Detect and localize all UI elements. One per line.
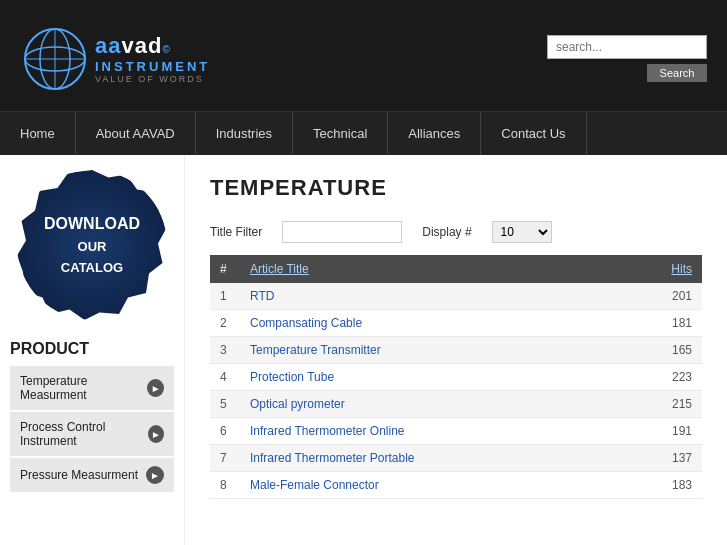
filter-row: Title Filter Display # 10 20 50 xyxy=(210,221,702,243)
article-title-sort-link[interactable]: Article Title xyxy=(250,262,309,276)
row-hits: 223 xyxy=(652,364,702,391)
nav-contact[interactable]: Contact Us xyxy=(481,112,586,155)
title-filter-label: Title Filter xyxy=(210,225,262,239)
row-hits: 181 xyxy=(652,310,702,337)
row-title: Temperature Transmitter xyxy=(240,337,652,364)
nav-alliances[interactable]: Alliances xyxy=(388,112,481,155)
table-row: 2 Compansating Cable 181 xyxy=(210,310,702,337)
row-hits: 201 xyxy=(652,283,702,310)
search-input[interactable] xyxy=(547,35,707,59)
article-link[interactable]: Compansating Cable xyxy=(250,316,362,330)
table-body: 1 RTD 201 2 Compansating Cable 181 3 Tem… xyxy=(210,283,702,499)
table-row: 4 Protection Tube 223 xyxy=(210,364,702,391)
row-num: 3 xyxy=(210,337,240,364)
logo-text: aavad© INSTRUMENT VALUE OF WORDS xyxy=(95,33,210,84)
row-hits: 215 xyxy=(652,391,702,418)
logo-globe-icon xyxy=(20,24,90,94)
col-header-num: # xyxy=(210,255,240,283)
row-hits: 183 xyxy=(652,472,702,499)
article-link[interactable]: Temperature Transmitter xyxy=(250,343,381,357)
list-item: Pressure Measurment ► xyxy=(10,458,174,492)
nav-about[interactable]: About AAVAD xyxy=(76,112,196,155)
row-title: RTD xyxy=(240,283,652,310)
arrow-right-icon: ► xyxy=(147,379,164,397)
sidebar-item-label: Process Control Instrument xyxy=(20,420,148,448)
catalog-line3: CATALOG xyxy=(61,258,123,279)
table-row: 5 Optical pyrometer 215 xyxy=(210,391,702,418)
sidebar: DOWNLOAD OUR CATALOG PRODUCT Temperature… xyxy=(0,155,185,545)
display-select[interactable]: 10 20 50 xyxy=(492,221,552,243)
header: aavad© INSTRUMENT VALUE OF WORDS Search xyxy=(0,6,727,111)
articles-table: # Article Title Hits 1 RTD 201 2 Compans… xyxy=(210,255,702,499)
article-link[interactable]: Infrared Thermometer Portable xyxy=(250,451,415,465)
row-num: 2 xyxy=(210,310,240,337)
main-layout: DOWNLOAD OUR CATALOG PRODUCT Temperature… xyxy=(0,155,727,545)
table-row: 1 RTD 201 xyxy=(210,283,702,310)
catalog-line2: OUR xyxy=(78,237,107,258)
row-title: Infrared Thermometer Online xyxy=(240,418,652,445)
hits-sort-link[interactable]: Hits xyxy=(671,262,692,276)
col-header-hits: Hits xyxy=(652,255,702,283)
article-link[interactable]: RTD xyxy=(250,289,274,303)
sidebar-item-process[interactable]: Process Control Instrument ► xyxy=(10,412,174,456)
main-nav: Home About AAVAD Industries Technical Al… xyxy=(0,111,727,155)
sidebar-item-pressure[interactable]: Pressure Measurment ► xyxy=(10,458,174,492)
page-title: TEMPERATURE xyxy=(210,175,702,201)
nav-industries[interactable]: Industries xyxy=(196,112,293,155)
row-num: 4 xyxy=(210,364,240,391)
row-title: Compansating Cable xyxy=(240,310,652,337)
sidebar-menu: Temperature Measurment ► Process Control… xyxy=(10,366,174,492)
arrow-right-icon: ► xyxy=(146,466,164,484)
arrow-right-icon: ► xyxy=(148,425,164,443)
catalog-line1: DOWNLOAD xyxy=(44,211,140,237)
article-link[interactable]: Infrared Thermometer Online xyxy=(250,424,405,438)
brand-name: aavad© xyxy=(95,33,210,59)
brand-sub: INSTRUMENT xyxy=(95,59,210,74)
col-header-title: Article Title xyxy=(240,255,652,283)
row-hits: 165 xyxy=(652,337,702,364)
row-num: 8 xyxy=(210,472,240,499)
sidebar-item-label: Temperature Measurment xyxy=(20,374,147,402)
content-area: TEMPERATURE Title Filter Display # 10 20… xyxy=(185,155,727,545)
article-link[interactable]: Protection Tube xyxy=(250,370,334,384)
row-num: 6 xyxy=(210,418,240,445)
search-area: Search xyxy=(547,35,707,82)
row-num: 7 xyxy=(210,445,240,472)
search-button[interactable]: Search xyxy=(647,64,707,82)
table-row: 8 Male-Female Connector 183 xyxy=(210,472,702,499)
nav-home[interactable]: Home xyxy=(0,112,76,155)
sidebar-item-temperature[interactable]: Temperature Measurment ► xyxy=(10,366,174,410)
logo-area: aavad© INSTRUMENT VALUE OF WORDS xyxy=(20,24,210,94)
row-title: Optical pyrometer xyxy=(240,391,652,418)
catalog-badge[interactable]: DOWNLOAD OUR CATALOG xyxy=(17,170,167,320)
article-link[interactable]: Optical pyrometer xyxy=(250,397,345,411)
table-row: 3 Temperature Transmitter 165 xyxy=(210,337,702,364)
row-hits: 137 xyxy=(652,445,702,472)
title-filter-input[interactable] xyxy=(282,221,402,243)
row-title: Infrared Thermometer Portable xyxy=(240,445,652,472)
row-hits: 191 xyxy=(652,418,702,445)
table-row: 6 Infrared Thermometer Online 191 xyxy=(210,418,702,445)
list-item: Temperature Measurment ► xyxy=(10,366,174,410)
row-title: Protection Tube xyxy=(240,364,652,391)
sidebar-item-label: Pressure Measurment xyxy=(20,468,138,482)
nav-technical[interactable]: Technical xyxy=(293,112,388,155)
row-num: 1 xyxy=(210,283,240,310)
row-num: 5 xyxy=(210,391,240,418)
table-header-row: # Article Title Hits xyxy=(210,255,702,283)
table-row: 7 Infrared Thermometer Portable 137 xyxy=(210,445,702,472)
brand-tagline: VALUE OF WORDS xyxy=(95,74,210,84)
display-label: Display # xyxy=(422,225,471,239)
row-title: Male-Female Connector xyxy=(240,472,652,499)
product-heading: PRODUCT xyxy=(10,340,174,358)
article-link[interactable]: Male-Female Connector xyxy=(250,478,379,492)
list-item: Process Control Instrument ► xyxy=(10,412,174,456)
